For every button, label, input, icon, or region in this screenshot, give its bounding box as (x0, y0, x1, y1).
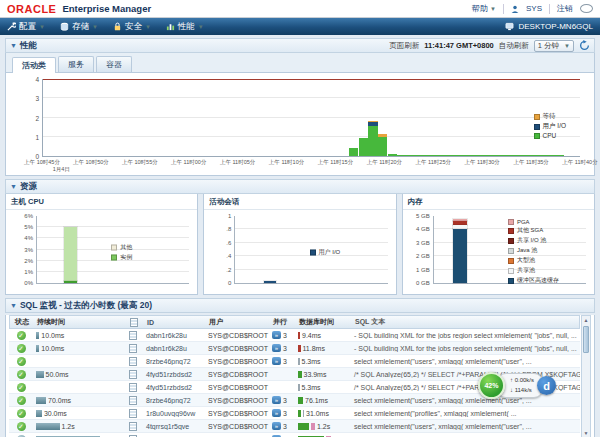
column-header-SQL 文本[interactable]: SQL 文本 (352, 317, 579, 327)
column-header-并行[interactable]: 并行 (270, 317, 296, 327)
db-time-cell: 11.8ms (295, 345, 351, 352)
x-axis-tick: 上午 11时40分 (562, 159, 597, 166)
table-scrollbar[interactable]: ▲ ▼ (581, 315, 591, 437)
bar-segment (64, 227, 76, 281)
menu-storage[interactable]: 存储▼ (60, 21, 98, 33)
parallel-degree: 3 (283, 397, 287, 404)
chevron-down-icon: ▼ (490, 6, 496, 12)
stacked-bar (453, 216, 467, 283)
y-axis-tick: 1 (209, 213, 231, 219)
table-row[interactable]: ✓1.0sdabn1r6k28uSYS@CDB$ROOT»31.4s- SQL … (9, 433, 580, 437)
tab-services[interactable]: 服务 (58, 56, 94, 72)
scroll-down-icon[interactable]: ▼ (584, 429, 589, 437)
monitor-report-icon[interactable] (129, 409, 137, 418)
tab-containers[interactable]: 容器 (96, 56, 132, 72)
tab-activity-classes[interactable]: 活动类 (12, 57, 56, 73)
duration-text: 30.0ms (44, 410, 67, 417)
help-menu[interactable]: 帮助 ▼ (472, 3, 496, 14)
db-time-cell: 76.1ms (295, 397, 351, 404)
scrollbar-track[interactable] (582, 325, 590, 429)
gridline (43, 117, 580, 118)
monitor-report-icon[interactable] (129, 370, 137, 379)
duration-cell: 30.0ms (33, 410, 123, 417)
menu-configuration[interactable]: 配置▼ (7, 21, 45, 33)
db-time-text: 9.4ms (302, 332, 321, 339)
duration-bar (36, 397, 46, 404)
em-express-window: ORACLE Enterprise Manager 帮助 ▼ SYS 注销 配置… (0, 0, 600, 437)
gridline (235, 242, 387, 243)
column-header-report[interactable] (124, 318, 144, 327)
activity-bar (388, 79, 397, 156)
monitor-report-icon[interactable] (129, 344, 137, 353)
scroll-up-icon[interactable]: ▲ (584, 316, 589, 325)
monitor-report-icon[interactable] (129, 357, 137, 366)
db-time-cell: 5.3ms (295, 358, 351, 365)
parallel-degree: 3 (283, 423, 287, 430)
report-cell (123, 344, 143, 353)
table-row[interactable]: ✓30.0ms1r8u0uvqg96vwSYS@CDB$ROOT»331.0ms… (9, 407, 580, 420)
bar-segment-cpu (359, 138, 368, 156)
user-cell: SYS@CDB$ROOT (205, 371, 269, 378)
section-title: SQL 监视 - 过去的小时数 (最高 20) (20, 300, 152, 312)
refresh-icon[interactable] (579, 40, 590, 51)
parallel-cell: »3 (269, 331, 295, 339)
success-check-icon: ✓ (17, 344, 26, 353)
column-header-ID[interactable]: ID (144, 319, 206, 326)
table-row[interactable]: ✓10.0msdabn1r6k28uSYS@CDB$ROOT»311.8ms- … (9, 342, 580, 355)
db-time-text: 33.9ms (304, 371, 327, 378)
x-axis-tick: 上午 11时30分 (464, 159, 499, 166)
y-axis-tick: 0 GB (408, 280, 430, 286)
column-header-用户[interactable]: 用户 (206, 317, 270, 327)
x-axis-tick: 上午 11时05分 (220, 159, 255, 166)
progress-gauge[interactable]: 42% (478, 372, 505, 399)
gridline (43, 136, 580, 137)
x-axis-tick: 上午 11时25分 (416, 159, 451, 166)
host-indicator[interactable]: DESKTOP-MN6GQL (505, 22, 593, 31)
duration-cell: 10.0ms (33, 345, 123, 352)
divider (503, 4, 504, 14)
monitor-report-icon[interactable] (129, 383, 137, 392)
report-cell (123, 357, 143, 366)
table-row[interactable]: ✓8rzbe46pnq72SYS@CDB$ROOT»35.3msselect x… (9, 355, 580, 368)
activity-bar (349, 79, 358, 156)
chevron-down-icon: ▼ (145, 24, 151, 30)
monitor-report-icon[interactable] (129, 396, 137, 405)
db-time-bar (303, 410, 305, 417)
scrollbar-thumb[interactable] (583, 326, 589, 353)
logout-link[interactable]: 注销 (557, 3, 573, 14)
column-header-持续时间[interactable]: 持续时间 (34, 317, 124, 327)
user-cell: SYS@CDB$ROOT (205, 358, 269, 365)
menu-security[interactable]: 安全▼ (113, 21, 151, 33)
legend-swatch (508, 258, 514, 264)
legend-swatch (310, 249, 316, 255)
table-row[interactable]: ✓10.0msdabn1r6k28uSYS@CDB$ROOT»39.4ms- S… (9, 329, 580, 342)
collapse-icon[interactable]: ▼ (10, 302, 17, 309)
auto-refresh-select[interactable]: 1 分钟▼ (534, 40, 574, 52)
parallel-cell: »3 (269, 344, 295, 352)
current-user[interactable]: SYS (526, 4, 542, 13)
db-time-cell: 33.9ms (295, 371, 351, 378)
collapse-icon[interactable]: ▼ (10, 183, 17, 190)
collapse-icon[interactable]: ▼ (10, 42, 17, 49)
resources-charts: 主机 CPU6%5%4%3%2%1%0%其他实例活动会话1.8.6.4.20用户… (5, 194, 595, 295)
table-row[interactable]: ✓1.2s4tqrrsq1r5qveSYS@CDB$ROOT»31.2ssele… (9, 420, 580, 433)
download-speed: 114k/s (515, 387, 532, 393)
monitor-report-icon[interactable] (129, 331, 137, 340)
parallel-degree: 3 (283, 410, 287, 417)
download-overlay[interactable]: 42% ↑ 0.00k/s ↓ 114k/s d (478, 372, 556, 399)
divider (549, 4, 550, 14)
menu-performance[interactable]: 性能▼ (166, 21, 204, 33)
column-header-数据库时间[interactable]: 数据库时间 (296, 317, 352, 327)
duration-cell: 10.0ms (33, 332, 123, 339)
success-check-icon: ✓ (17, 331, 26, 340)
sql-id-cell: 4fyd51rzbdsd2 (143, 384, 205, 391)
duration-cell: 50.0ms (33, 371, 123, 378)
download-app-icon[interactable]: d (537, 376, 556, 395)
bar-segment-cpu (368, 126, 377, 156)
column-header-状态[interactable]: 状态 (10, 317, 34, 327)
refresh-time: 11:41:47 GMT+0800 (424, 41, 493, 50)
duration-text: 50.0ms (46, 371, 69, 378)
monitor-report-icon[interactable] (129, 422, 137, 431)
y-axis-tick: 2 (17, 114, 39, 121)
y-axis-tick: 2 GB (408, 253, 430, 259)
